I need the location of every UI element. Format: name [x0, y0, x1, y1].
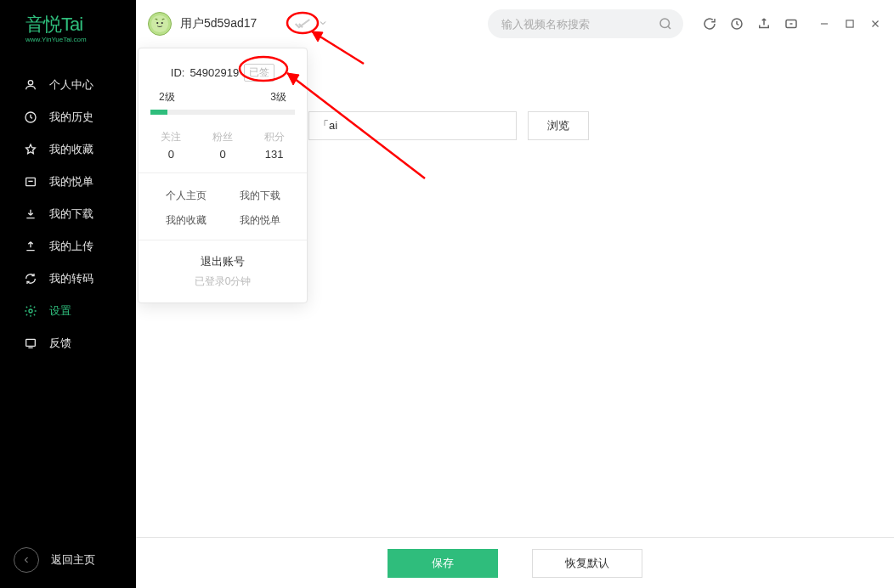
- verified-badge-icon: [294, 18, 311, 30]
- history-icon[interactable]: [729, 16, 744, 31]
- stat-following[interactable]: 关注 0: [145, 130, 197, 161]
- svg-point-7: [161, 22, 163, 24]
- minimize-icon[interactable]: [818, 17, 831, 31]
- tool-icons: [702, 16, 799, 31]
- divider: [139, 172, 307, 173]
- level-progress-fill: [150, 110, 167, 115]
- sidebar-item-label: 我的下载: [49, 206, 93, 222]
- upload-icon: [24, 240, 37, 253]
- stat-label: 积分: [248, 130, 300, 144]
- topbar: 用户5d59ad17: [136, 0, 894, 48]
- stat-value: 131: [248, 148, 300, 161]
- sidebar-item-label: 个人中心: [49, 77, 93, 93]
- svg-point-8: [660, 19, 670, 28]
- logo: 音悦Tai www.YinYueTai.com: [0, 0, 136, 48]
- chevron-down-icon[interactable]: [318, 16, 328, 31]
- divider: [139, 240, 307, 240]
- playlist-icon: [24, 175, 37, 189]
- popover-levels: 2级 3级: [139, 90, 307, 110]
- popover-stats: 关注 0 粉丝 0 积分 131: [139, 127, 307, 172]
- svg-point-6: [156, 22, 158, 24]
- link-profile[interactable]: 个人主页: [149, 184, 223, 208]
- sidebar-item-downloads[interactable]: 我的下载: [0, 198, 136, 230]
- link-downloads[interactable]: 我的下载: [223, 184, 297, 208]
- sidebar: 音悦Tai www.YinYueTai.com 个人中心 我的历史 我的收藏 我…: [0, 0, 136, 588]
- sidebar-item-label: 我的收藏: [49, 142, 93, 157]
- footer: 保存 恢复默认: [136, 537, 894, 588]
- svg-point-0: [28, 81, 32, 85]
- popover-id-row: ID: 54902919 已签: [139, 48, 307, 90]
- stat-label: 粉丝: [197, 130, 249, 144]
- refresh-icon: [24, 272, 37, 286]
- stat-points[interactable]: 积分 131: [248, 130, 300, 161]
- sidebar-item-label: 设置: [49, 303, 71, 319]
- stat-value: 0: [145, 148, 197, 161]
- link-playlists[interactable]: 我的悦单: [223, 208, 297, 233]
- level-progress: [150, 110, 295, 115]
- sidebar-item-favorites[interactable]: 我的收藏: [0, 133, 136, 166]
- sidebar-item-label: 我的历史: [49, 110, 93, 125]
- link-favorites[interactable]: 我的收藏: [149, 208, 223, 233]
- screen-icon[interactable]: [784, 16, 799, 31]
- logo-subtitle: www.YinYueTai.com: [25, 36, 136, 43]
- window-controls: [818, 17, 882, 31]
- upload-tray-icon[interactable]: [756, 16, 772, 31]
- return-home-button[interactable]: 返回主页: [14, 547, 95, 573]
- browse-button[interactable]: 浏览: [528, 111, 589, 140]
- clock-icon: [24, 110, 37, 124]
- close-icon[interactable]: [869, 17, 882, 31]
- save-button[interactable]: 保存: [388, 549, 498, 578]
- username-label: 用户5d59ad17: [180, 16, 257, 31]
- stat-label: 关注: [145, 130, 197, 144]
- avatar[interactable]: [148, 12, 172, 36]
- sidebar-item-label: 我的悦单: [49, 174, 93, 189]
- signed-badge: 已签: [244, 64, 274, 82]
- stat-followers[interactable]: 粉丝 0: [197, 130, 249, 161]
- path-text-fragment: 「ai: [318, 118, 337, 133]
- sidebar-item-profile[interactable]: 个人中心: [0, 69, 136, 101]
- sidebar-nav: 个人中心 我的历史 我的收藏 我的悦单 我的下载 我的上传 我的转码 设置: [0, 69, 136, 359]
- reset-defaults-button[interactable]: 恢复默认: [532, 549, 642, 578]
- sidebar-item-label: 反馈: [49, 336, 71, 351]
- level-right: 3级: [270, 90, 286, 105]
- star-icon: [24, 143, 37, 156]
- id-value: 54902919: [190, 66, 239, 79]
- feedback-icon: [24, 336, 37, 350]
- download-path-input[interactable]: 「ai: [308, 111, 517, 140]
- logo-main: 音悦Tai: [25, 12, 136, 37]
- sidebar-item-label: 我的上传: [49, 239, 93, 254]
- sidebar-item-history[interactable]: 我的历史: [0, 101, 136, 133]
- svg-rect-11: [846, 20, 853, 27]
- logout-button[interactable]: 退出账号: [139, 247, 307, 271]
- login-time-label: 已登录0分钟: [139, 271, 307, 292]
- level-left: 2级: [159, 90, 175, 105]
- sidebar-item-transcode[interactable]: 我的转码: [0, 263, 136, 295]
- search-icon[interactable]: [654, 13, 676, 35]
- download-icon: [24, 207, 37, 221]
- sidebar-item-playlists[interactable]: 我的悦单: [0, 166, 136, 198]
- sidebar-item-feedback[interactable]: 反馈: [0, 327, 136, 359]
- return-home-label: 返回主页: [51, 552, 95, 568]
- refresh-icon[interactable]: [702, 16, 717, 31]
- chevron-left-icon: [14, 547, 39, 573]
- stat-value: 0: [197, 148, 249, 161]
- id-label: ID:: [171, 66, 185, 79]
- svg-rect-4: [26, 339, 36, 346]
- sidebar-item-label: 我的转码: [49, 271, 93, 286]
- gear-icon: [24, 304, 37, 318]
- search-box: [488, 9, 683, 38]
- sidebar-item-settings[interactable]: 设置: [0, 295, 136, 327]
- maximize-icon[interactable]: [843, 17, 857, 31]
- svg-point-5: [151, 15, 168, 32]
- user-popover: ID: 54902919 已签 2级 3级 关注 0 粉丝 0 积分 131 个…: [138, 48, 308, 303]
- svg-point-3: [29, 309, 32, 313]
- search-input[interactable]: [501, 18, 654, 31]
- popover-links: 个人主页 我的下载 我的收藏 我的悦单: [139, 180, 307, 240]
- user-icon: [24, 78, 37, 92]
- sidebar-item-uploads[interactable]: 我的上传: [0, 230, 136, 263]
